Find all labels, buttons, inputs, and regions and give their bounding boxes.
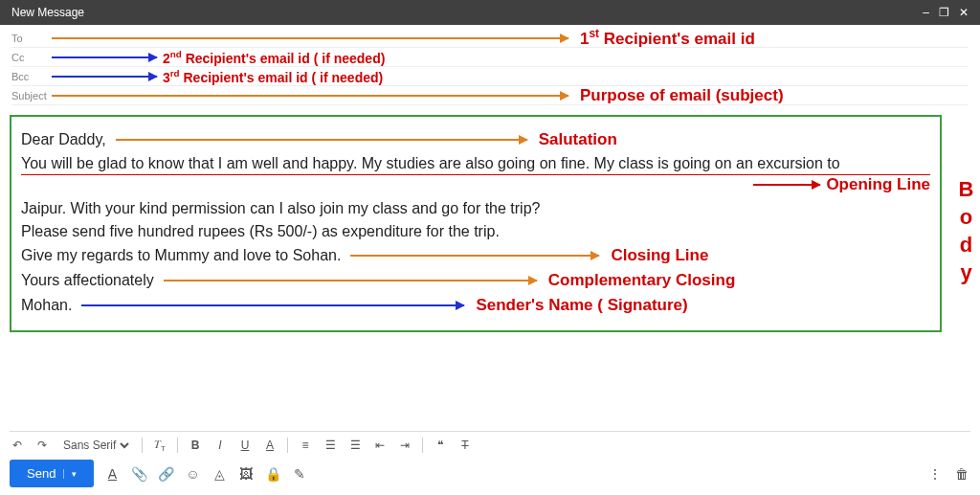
quote-icon[interactable]: ❝ [433, 439, 448, 452]
separator [177, 438, 178, 453]
annot-opening: Opening Line [826, 175, 930, 194]
header-fields: To 1st Recipient's email id Cc 2nd Recip… [0, 25, 980, 109]
annot-bcc: 3rd Recipient's email id ( if needed) [163, 68, 383, 85]
link-icon[interactable]: 🔗 [157, 466, 174, 482]
annot-cc: 2nd Recipient's email id ( if needed) [163, 49, 385, 66]
closing-line: Give my regards to Mummy and love to Soh… [21, 246, 930, 265]
signature-line: Mohan. Sender's Name ( Signature) [21, 296, 930, 315]
cc-label: Cc [11, 52, 50, 63]
separator [287, 438, 288, 453]
cc-row[interactable]: Cc 2nd Recipient's email id ( if needed) [11, 48, 969, 67]
strike-icon[interactable]: T [457, 439, 473, 452]
body-vertical-label: Body [953, 177, 978, 288]
format-toolbar: ↶ ↷ Sans Serif 𝑇T B I U A ≡ ☰ ☰ ⇤ ⇥ ❝ T [10, 431, 970, 453]
underline-icon[interactable]: U [237, 439, 253, 452]
body-text-3: Please send five hundred rupees (Rs 500/… [21, 223, 500, 240]
bcc-row[interactable]: Bcc 3rd Recipient's email id ( if needed… [11, 67, 969, 86]
formatting-icon[interactable]: A [103, 466, 121, 482]
font-select[interactable]: Sans Serif [59, 438, 132, 453]
arrow-cc [52, 56, 157, 58]
arrow-salutation [116, 139, 527, 141]
complementary-line: Yours affectionately Complementary Closi… [21, 271, 930, 290]
window-controls: – ❐ ✕ [923, 0, 969, 25]
indent-less-icon[interactable]: ⇤ [372, 439, 388, 452]
annot-to: 1st Recipient's email id [580, 27, 755, 49]
image-icon[interactable]: 🖼 [237, 466, 255, 482]
drive-icon[interactable]: ◬ [211, 466, 228, 482]
titlebar: New Message – ❐ ✕ [0, 0, 980, 25]
bullet-list-icon[interactable]: ☰ [347, 439, 363, 452]
annot-closing: Closing Line [611, 246, 708, 265]
body-line-2: Jaipur. With your kind permission can I … [21, 200, 930, 217]
undo-icon[interactable]: ↶ [10, 439, 25, 452]
arrow-to [52, 37, 568, 39]
send-button[interactable]: Send [10, 460, 94, 487]
numbered-list-icon[interactable]: ☰ [323, 439, 338, 452]
align-icon[interactable]: ≡ [298, 439, 313, 452]
bcc-label: Bcc [11, 71, 50, 82]
subject-label: Subject [11, 90, 50, 101]
text-color-icon[interactable]: A [262, 439, 278, 452]
salutation-line: Dear Daddy, Salutation [21, 130, 930, 149]
confidential-icon[interactable]: 🔒 [264, 466, 281, 482]
signature-text: Mohan. [21, 297, 72, 314]
annot-subject: Purpose of email (subject) [580, 86, 784, 105]
arrow-complementary [164, 280, 537, 281]
body-text-1: You will be glad to know that I am well … [21, 155, 840, 172]
opening-annot-row: Opening Line [21, 175, 930, 194]
separator [422, 438, 423, 453]
bottom-bar: Send A 📎 🔗 ☺ ◬ 🖼 🔒 ✎ ⋮ 🗑 [10, 460, 970, 487]
close-icon[interactable]: ✕ [959, 0, 969, 25]
body-text-2: Jaipur. With your kind permission can I … [21, 200, 540, 217]
italic-icon[interactable]: I [212, 439, 228, 452]
font-size-icon[interactable]: 𝑇T [152, 438, 167, 453]
body-line-3: Please send five hundred rupees (Rs 500/… [21, 223, 930, 240]
arrow-subject [52, 95, 568, 97]
annot-complementary: Complementary Closing [548, 271, 736, 290]
salutation-text: Dear Daddy, [21, 131, 106, 148]
pen-icon[interactable]: ✎ [291, 466, 308, 482]
arrow-closing [350, 255, 599, 257]
maximize-icon[interactable]: ❐ [939, 0, 949, 25]
indent-more-icon[interactable]: ⇥ [397, 439, 412, 452]
redo-icon[interactable]: ↷ [34, 439, 50, 452]
more-icon[interactable]: ⋮ [926, 466, 944, 482]
arrow-bcc [52, 76, 157, 78]
to-label: To [11, 33, 50, 44]
arrow-opening [753, 184, 820, 186]
bold-icon[interactable]: B [188, 439, 203, 452]
email-body-box[interactable]: Dear Daddy, Salutation You will be glad … [10, 115, 942, 332]
subject-row[interactable]: Subject Purpose of email (subject) [11, 86, 969, 105]
complementary-text: Yours affectionately [21, 272, 154, 289]
arrow-signature [81, 304, 464, 306]
separator [142, 438, 143, 453]
body-text-4: Give my regards to Mummy and love to Soh… [21, 247, 341, 264]
annot-signature: Sender's Name ( Signature) [476, 296, 687, 315]
attach-icon[interactable]: 📎 [130, 466, 147, 482]
body-line-1: You will be glad to know that I am well … [21, 155, 930, 172]
trash-icon[interactable]: 🗑 [953, 466, 970, 482]
to-row[interactable]: To 1st Recipient's email id [11, 29, 969, 48]
window-title: New Message [11, 0, 84, 25]
emoji-icon[interactable]: ☺ [184, 466, 201, 482]
minimize-icon[interactable]: – [923, 0, 929, 25]
annot-salutation: Salutation [539, 130, 617, 149]
